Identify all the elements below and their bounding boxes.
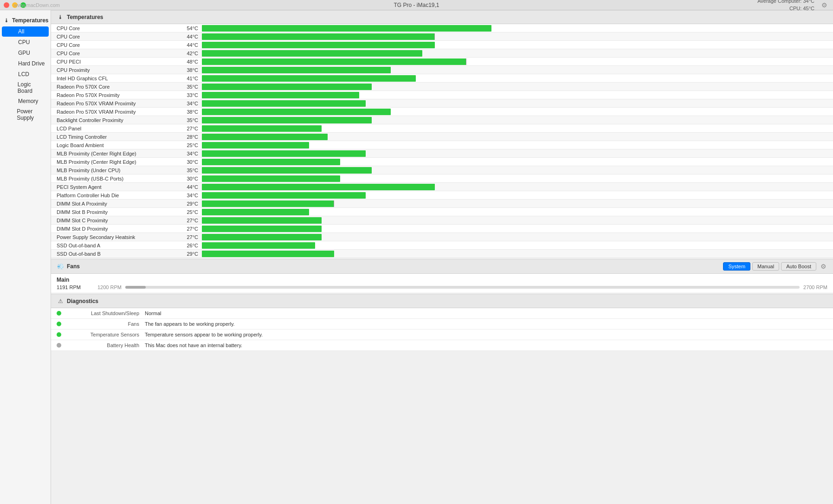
diagnostics-section: ⚠ Diagnostics Last Shutdown/Sleep Normal… [51,294,833,351]
temperatures-section: 🌡 Temperatures CPU Core 54°C CPU Core 44… [51,10,833,258]
temp-bar-container [202,134,833,140]
diag-row: Battery Health This Mac does not have an… [51,340,833,351]
sidebar-item-logicboard[interactable]: Logic Board [2,80,49,96]
temp-value: 54°C [176,26,202,31]
sidebar-item-cpu[interactable]: CPU [2,37,49,47]
diag-indicator [57,322,61,326]
temp-bar [202,109,391,115]
temp-name: Platform Controller Hub Die [51,193,176,198]
diagnostics-rows: Last Shutdown/Sleep Normal Fans The fan … [51,308,833,351]
temp-bar-container [202,142,833,149]
fans-btn-system[interactable]: System [723,262,750,271]
sidebar-label-harddrive: Hard Drive [18,60,45,67]
sidebar-item-memory[interactable]: Memory [2,96,49,106]
sidebar-icon-harddrive [8,60,16,67]
sidebar-item-harddrive[interactable]: Hard Drive [2,58,49,69]
fan-rpm-max: 2700 RPM [803,284,827,290]
fans-icon: 💨 [57,263,64,270]
temp-bar-container [202,100,833,107]
temp-bar [202,234,322,240]
sidebar-item-gpu[interactable]: GPU [2,48,49,58]
temp-bar [202,192,366,199]
temp-name: DIMM Slot C Proximity [51,218,176,223]
temp-value: 38°C [176,109,202,115]
temperatures-title: Temperatures [67,14,103,20]
table-row: Intel HD Graphics CFL 41°C [51,74,833,83]
temp-value: 26°C [176,243,202,248]
temp-bar [202,226,322,232]
temp-name: Radeon Pro 570X VRAM Proximity [51,101,176,106]
temp-name: Radeon Pro 570X Core [51,84,176,90]
content-area: 🌡 Temperatures CPU Core 54°C CPU Core 44… [51,10,833,504]
temp-value: 27°C [176,218,202,223]
temp-bar [202,134,328,140]
diag-value: The fan appears to be working properly. [145,321,235,327]
table-row: Radeon Pro 570X VRAM Proximity 38°C [51,108,833,116]
temp-value: 27°C [176,234,202,240]
diag-indicator [57,343,61,348]
settings-button[interactable]: ⚙ [820,1,828,9]
temp-value: 34°C [176,193,202,198]
temp-bar [202,42,435,48]
sidebar-item-all[interactable]: All [2,26,49,37]
temp-bar-container [202,167,833,174]
temp-bar [202,159,340,165]
temp-value: 38°C [176,67,202,73]
temp-value: 27°C [176,126,202,131]
table-row: DIMM Slot B Proximity 25°C [51,208,833,216]
sidebar-item-lcd[interactable]: LCD [2,69,49,79]
temp-bar-container [202,125,833,132]
temp-name: MLB Proximity (USB-C Ports) [51,176,176,181]
temp-name: PECI System Agent [51,184,176,190]
temp-bar-container [202,217,833,224]
table-row: DIMM Slot C Proximity 27°C [51,216,833,225]
sidebar-item-powersupply[interactable]: Power Supply [2,107,49,123]
table-row: SSD Out-of-band A 26°C [51,241,833,250]
temp-bar [202,217,322,224]
temp-value: 29°C [176,251,202,257]
temp-name: Power Supply Secondary Heatsink [51,234,176,240]
temp-bar-container [202,175,833,182]
diag-row: Last Shutdown/Sleep Normal [51,308,833,319]
sidebar-icon-lcd [8,71,16,78]
fan-slider[interactable] [125,286,800,289]
temp-bar [202,209,309,215]
diag-value: Temperature sensors appear to be working… [145,332,263,337]
temp-bar [202,200,334,207]
diag-label: Battery Health [66,342,145,348]
temp-bar [202,142,309,149]
fan-item: Main 1191 RPM 1200 RPM 2700 RPM [51,274,833,293]
temp-name: MLB Proximity (Center Right Edge) [51,159,176,165]
close-button[interactable] [4,2,9,8]
fans-settings-button[interactable]: ⚙ [819,262,827,271]
sidebar-label-powersupply: Power Supply [17,108,45,121]
fans-btn-manual[interactable]: Manual [752,262,779,271]
diagnostics-icon: ⚠ [57,297,64,305]
fans-controls: SystemManualAuto Boost [723,262,816,271]
sidebar: 🌡 Temperatures AllCPUGPUHard DriveLCDLog… [0,10,51,504]
diag-value: Normal [145,310,161,316]
fans-header: 💨 Fans SystemManualAuto Boost ⚙ [51,259,833,274]
temp-bar [202,67,391,73]
table-row: MLB Proximity (Under CPU) 35°C [51,166,833,174]
temp-value: 29°C [176,201,202,207]
diag-row: Fans The fan appears to be working prope… [51,319,833,330]
temp-name: CPU Proximity [51,67,176,73]
sidebar-label-logicboard: Logic Board [18,81,45,94]
sidebar-items: AllCPUGPUHard DriveLCDLogic BoardMemoryP… [0,26,51,123]
table-row: CPU Proximity 38°C [51,66,833,74]
table-row: CPU Core 44°C [51,41,833,49]
temp-value: 44°C [176,184,202,190]
sidebar-icon-cpu [8,39,16,46]
fan-rpm-current: 1191 RPM [57,284,94,290]
temp-name: Backlight Controller Proximity [51,117,176,123]
temp-bar-container [202,200,833,207]
temp-bar-container [202,67,833,73]
fan-rpm-min: 1200 RPM [97,284,122,290]
temp-bar-container [202,25,833,32]
temp-name: Logic Board Ambient [51,142,176,148]
temp-bar [202,33,435,40]
table-row: Backlight Controller Proximity 35°C [51,116,833,124]
fans-btn-auto-boost[interactable]: Auto Boost [781,262,816,271]
sidebar-label-cpu: CPU [18,39,30,45]
